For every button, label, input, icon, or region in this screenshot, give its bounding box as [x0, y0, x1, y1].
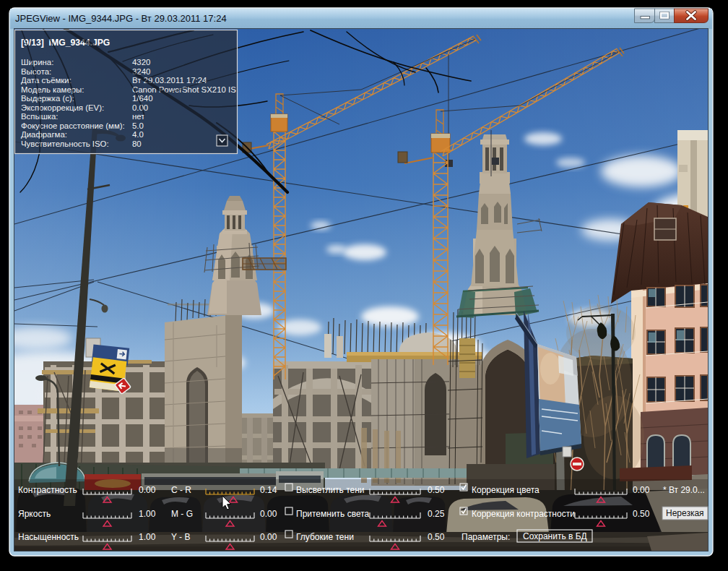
svg-text:Дата съёмки:: Дата съёмки: [21, 76, 72, 85]
svg-text:0.50: 0.50 [428, 532, 445, 542]
svg-text:Насыщенность: Насыщенность [18, 532, 79, 542]
svg-text:Y - B: Y - B [171, 532, 190, 542]
svg-text:Яркость: Яркость [18, 509, 51, 519]
svg-text:JPEGView - IMG_9344.JPG - Вт 2: JPEGView - IMG_9344.JPG - Вт 29.03.2011 … [15, 13, 227, 24]
svg-text:5.0: 5.0 [132, 121, 144, 130]
svg-text:C - R: C - R [171, 485, 191, 495]
svg-text:Выдержка (с):: Выдержка (с): [21, 94, 74, 103]
svg-text:* Вт 29.0...: * Вт 29.0... [663, 485, 705, 495]
svg-text:Чувствительность ISO:: Чувствительность ISO: [21, 139, 109, 148]
svg-text:Диафрагма:: Диафрагма: [21, 130, 67, 139]
svg-text:Canon PowerShot SX210 IS: Canon PowerShot SX210 IS [132, 85, 236, 94]
svg-text:Нерезкая: Нерезкая [666, 508, 704, 518]
svg-text:1.00: 1.00 [139, 532, 156, 542]
svg-text:Коррекция контрастности: Коррекция контрастности [472, 509, 575, 519]
svg-text:1.00: 1.00 [139, 509, 156, 519]
svg-text:Коррекция цвета: Коррекция цвета [472, 485, 540, 495]
svg-text:80: 80 [132, 139, 142, 148]
svg-text:0.00: 0.00 [633, 485, 650, 495]
svg-text:Экспокоррекция (EV):: Экспокоррекция (EV): [21, 103, 104, 112]
svg-text:Параметры:: Параметры: [462, 532, 510, 542]
svg-text:Сохранить в БД: Сохранить в БД [523, 531, 587, 541]
svg-text:Вспышка:: Вспышка: [21, 112, 58, 121]
svg-text:0.14: 0.14 [260, 485, 277, 495]
svg-text:Притемнить света: Притемнить света [296, 509, 370, 519]
svg-text:Ширина:: Ширина: [21, 58, 53, 66]
svg-text:0.00: 0.00 [260, 509, 277, 519]
svg-text:Глубокие тени: Глубокие тени [296, 532, 354, 542]
svg-text:M - G: M - G [171, 509, 193, 519]
svg-text:0.00: 0.00 [260, 532, 277, 542]
svg-text:0.00: 0.00 [139, 485, 156, 495]
svg-text:4.0: 4.0 [132, 130, 144, 139]
svg-text:0.50: 0.50 [633, 509, 650, 519]
svg-text:0.50: 0.50 [428, 485, 445, 495]
svg-text:Фокусное расстояние (мм):: Фокусное расстояние (мм): [21, 121, 125, 130]
svg-text:Высота:: Высота: [21, 67, 51, 76]
svg-text:Высветлить тени: Высветлить тени [296, 485, 365, 495]
svg-text:Модель камеры:: Модель камеры: [21, 85, 84, 94]
svg-text:1/640: 1/640 [132, 94, 153, 103]
svg-text:Контрастность: Контрастность [18, 485, 77, 495]
svg-text:0.00: 0.00 [132, 103, 148, 112]
svg-text:4320: 4320 [132, 58, 150, 66]
svg-text:0.25: 0.25 [428, 509, 445, 519]
